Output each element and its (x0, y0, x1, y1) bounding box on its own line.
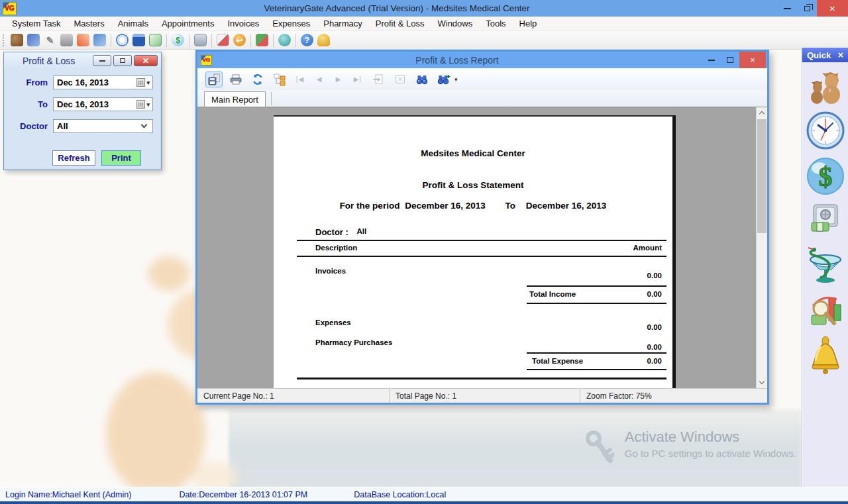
help-icon[interactable]: ? (301, 34, 313, 46)
print-button[interactable]: Print (101, 150, 141, 166)
quick-pharmacy-button[interactable] (806, 243, 845, 284)
reports-icon[interactable] (256, 34, 268, 46)
menu-invoices[interactable]: Invoices (221, 19, 266, 28)
menu-windows[interactable]: Windows (431, 19, 479, 28)
from-date-value: Dec 16, 2013 (57, 77, 109, 87)
svg-text:$: $ (818, 162, 832, 192)
expenses-safe-icon[interactable] (194, 34, 207, 46)
export-report-button[interactable] (205, 72, 223, 87)
lab-tests-icon[interactable] (60, 34, 73, 46)
dialog-maximize-button[interactable] (113, 55, 132, 66)
menu-animals[interactable]: Animals (111, 19, 155, 28)
minimize-button[interactable] (777, 0, 797, 17)
menu-bar: System Task Masters Animals Appointments… (0, 17, 848, 31)
menu-system-task[interactable]: System Task (5, 19, 67, 28)
refresh-report-button[interactable] (249, 72, 266, 87)
mdi-area: Activate Windows Go to PC settings to ac… (0, 50, 848, 487)
previous-page-button[interactable]: ◀ (312, 76, 327, 83)
report-minimize-button[interactable] (702, 52, 721, 68)
zoom-button[interactable] (435, 72, 452, 87)
next-page-button[interactable]: ▶ (331, 76, 346, 83)
report-close-button[interactable]: × (739, 52, 766, 68)
app-window: VG VeterinaryGate Advanced (Trial Versio… (0, 0, 848, 504)
printer-icon (229, 73, 242, 86)
calendar-icon[interactable] (132, 34, 145, 46)
report-window: VG Profit & Loss Report × (195, 50, 769, 405)
dialog-minimize-button[interactable] (93, 55, 111, 66)
payments-dollar-icon[interactable]: $ (172, 34, 184, 46)
close-button[interactable]: × (817, 0, 848, 17)
invoices-icon[interactable] (149, 34, 162, 46)
quick-animals-button[interactable] (806, 67, 845, 104)
report-maximize-button[interactable] (721, 52, 739, 68)
scroll-up-arrow[interactable] (757, 107, 767, 119)
chevron-down-icon[interactable]: ▾ (146, 101, 150, 108)
menu-pharmacy[interactable]: Pharmacy (317, 19, 369, 28)
menu-expenses[interactable]: Expenses (266, 19, 317, 28)
menu-help[interactable]: Help (513, 19, 544, 28)
dialog-close-button[interactable]: ✕ (134, 55, 158, 66)
close-current-view-button[interactable]: × (392, 72, 409, 87)
quick-panel-header: Quick × (802, 48, 848, 62)
toolbar-separator (250, 34, 251, 47)
restore-button[interactable] (797, 0, 817, 17)
rule (527, 285, 666, 287)
menu-appointments[interactable]: Appointments (155, 19, 221, 28)
scroll-down-arrow[interactable] (757, 377, 767, 388)
refresh-button[interactable]: Refresh (52, 150, 95, 166)
first-page-button[interactable]: |◀ (293, 76, 307, 83)
watermark-line2: Go to PC settings to activate Windows. (625, 448, 796, 459)
window-bottom-edge (0, 501, 848, 504)
quick-panel-title: Quick (807, 50, 831, 60)
quick-reports-button[interactable] (808, 291, 843, 328)
menu-masters[interactable]: Masters (67, 19, 111, 28)
profit-loss-dialog: Profit & Loss ✕ From Dec 16, 2013 ▾ To D… (3, 52, 162, 170)
goto-page-button[interactable] (370, 72, 387, 87)
safe-icon (809, 203, 842, 236)
tab-main-report[interactable]: Main Report (204, 91, 266, 107)
quick-expenses-button[interactable] (809, 203, 842, 236)
to-date-input[interactable]: Dec 16, 2013 ▾ (53, 97, 153, 111)
calendar-picker-icon[interactable] (136, 78, 145, 87)
row-total-income: Total Income (529, 290, 576, 298)
report-page: Medsites Medical Center Profit & Loss St… (274, 115, 676, 388)
appointments-clock-icon[interactable] (116, 34, 129, 46)
zoom-dropdown-caret[interactable]: ▾ (454, 76, 458, 83)
reminders-bell-icon[interactable] (317, 34, 330, 46)
doctor-value: All (356, 227, 366, 235)
print-report-button[interactable] (227, 72, 244, 87)
calendar-picker-icon[interactable] (136, 100, 145, 109)
quick-appointments-button[interactable] (806, 111, 845, 150)
date-status: Date:December 16-2013 01:07 PM (179, 490, 307, 499)
chevron-down-icon[interactable]: ▾ (146, 79, 150, 86)
menu-tools[interactable]: Tools (479, 19, 512, 28)
quick-panel-close-icon[interactable]: × (838, 50, 843, 60)
animals-icon[interactable] (11, 34, 23, 46)
last-page-button[interactable]: ▶| (350, 76, 365, 83)
toggle-group-tree-button[interactable] (271, 72, 288, 87)
chevron-down-icon[interactable] (141, 122, 148, 128)
row-expenses-amount: 0.00 (647, 323, 662, 331)
grooming-icon[interactable] (93, 34, 106, 46)
purchase-return-icon[interactable]: ↩ (233, 34, 246, 46)
quick-reminders-button[interactable] (808, 336, 843, 376)
doctor-select[interactable]: All (53, 119, 153, 133)
window-title: VeterinaryGate Advanced (Trial Version) … (17, 3, 777, 13)
database-location-status: DataBase Location:Local (354, 490, 446, 499)
rule (297, 240, 666, 241)
pharmacy-sales-icon[interactable] (217, 34, 229, 46)
quick-billing-button[interactable]: $ (806, 157, 845, 195)
find-text-button[interactable] (413, 72, 431, 87)
animal-records-icon[interactable] (27, 34, 40, 46)
rule (527, 369, 666, 370)
to-label: To (4, 99, 48, 109)
pharmacy-icon[interactable] (278, 34, 291, 46)
vertical-scrollbar[interactable] (756, 107, 767, 388)
vaccination-icon[interactable] (77, 34, 89, 46)
dollar-bubble-icon: $ (806, 157, 845, 195)
prescription-icon[interactable]: ✎ (44, 34, 56, 46)
from-date-input[interactable]: Dec 16, 2013 ▾ (53, 76, 153, 89)
export-icon (207, 73, 221, 86)
scrollbar-thumb[interactable] (757, 119, 767, 233)
menu-profit-loss[interactable]: Profit & Loss (369, 19, 431, 28)
